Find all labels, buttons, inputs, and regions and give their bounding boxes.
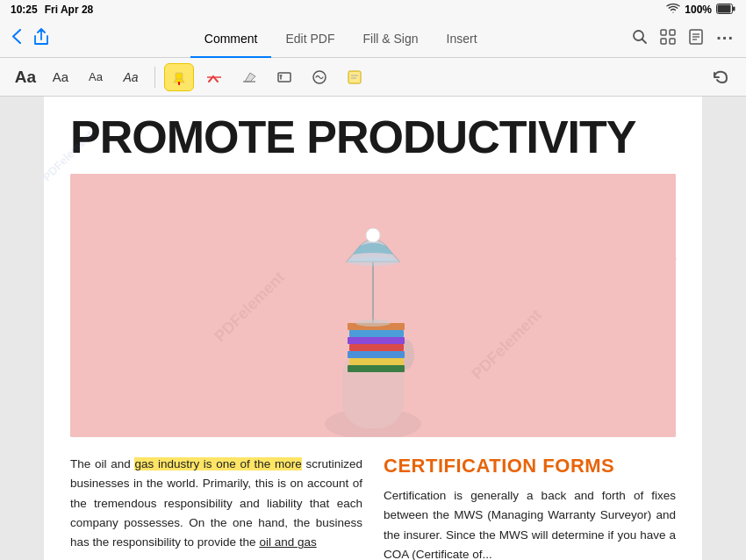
eraser-button[interactable] [234,63,264,91]
highlighted-text: gas industry is one of the more [134,457,301,470]
page-title: PROMOTE PRODUCTIVITY [70,114,676,160]
svg-rect-8 [670,39,675,44]
svg-point-41 [355,319,391,327]
grid-icon[interactable] [660,29,676,48]
search-icon[interactable] [632,29,648,48]
underlined-text: oil and gas [259,535,316,549]
font-size-medium-button[interactable]: Aa [46,63,75,91]
svg-rect-33 [348,365,405,372]
battery-percentage: 100% [685,4,712,16]
svg-point-42 [347,257,399,266]
share-button[interactable] [33,28,49,49]
tab-fill-sign[interactable]: Fill & Sign [348,26,432,51]
date-display: Fri Apr 28 [45,4,94,16]
strikethrough-button[interactable] [199,63,229,91]
svg-rect-21 [348,71,361,83]
signature-button[interactable] [305,63,334,91]
pdf-image: PDFelement PDFelement [70,174,676,437]
nav-bar: Comment Edit PDF Fill & Sign Insert [0,19,746,58]
textbox-button[interactable] [269,63,299,91]
tab-edit-pdf[interactable]: Edit PDF [271,26,348,51]
svg-rect-35 [348,351,405,358]
font-size-large-button[interactable]: Aa [11,63,40,91]
certification-heading: CERTIFICATION FORMS [384,455,676,477]
svg-rect-36 [349,344,404,351]
font-size-small-button[interactable]: Aa [81,63,111,91]
annotation-toolbar: Aa Aa Aa Aa [0,58,746,97]
svg-line-4 [642,39,647,43]
svg-rect-38 [349,330,404,337]
svg-rect-7 [661,39,666,44]
svg-rect-17 [278,73,291,82]
reader-icon[interactable] [688,29,704,48]
battery-icon [716,4,735,17]
svg-rect-5 [661,30,666,35]
wifi-icon [666,4,680,17]
svg-rect-6 [670,30,675,35]
tab-insert[interactable]: Insert [433,26,491,51]
right-text-column: CERTIFICATION FORMS Certification is gen… [384,455,676,560]
svg-rect-13 [176,73,183,79]
sticky-note-button[interactable] [340,63,369,91]
svg-rect-1 [718,4,731,12]
pdf-page: PDFelement PDFelement PROMOTE PRODUCTIVI… [44,97,702,560]
text-columns: The oil and gas industry is one of the m… [70,455,676,560]
certification-body-text: Certification is generally a back and fo… [384,486,676,560]
left-text-before-highlight: The oil and [70,457,134,470]
svg-rect-2 [733,6,735,11]
svg-rect-34 [349,358,404,365]
font-italic-button[interactable]: Aa [116,63,146,91]
highlighter-yellow-button[interactable] [164,63,194,91]
tab-comment[interactable]: Comment [190,26,272,51]
status-bar: 10:25 Fri Apr 28 100% [0,0,746,19]
undo-button[interactable] [706,63,735,91]
svg-point-43 [366,228,380,242]
pdf-content-area: PDFelement PDFelement PROMOTE PRODUCTIVI… [0,97,746,560]
svg-rect-37 [348,337,405,344]
left-text-column: The oil and gas industry is one of the m… [70,455,362,560]
time-display: 10:25 [11,4,38,16]
more-icon[interactable]: ··· [716,28,734,48]
back-button[interactable] [12,29,21,47]
